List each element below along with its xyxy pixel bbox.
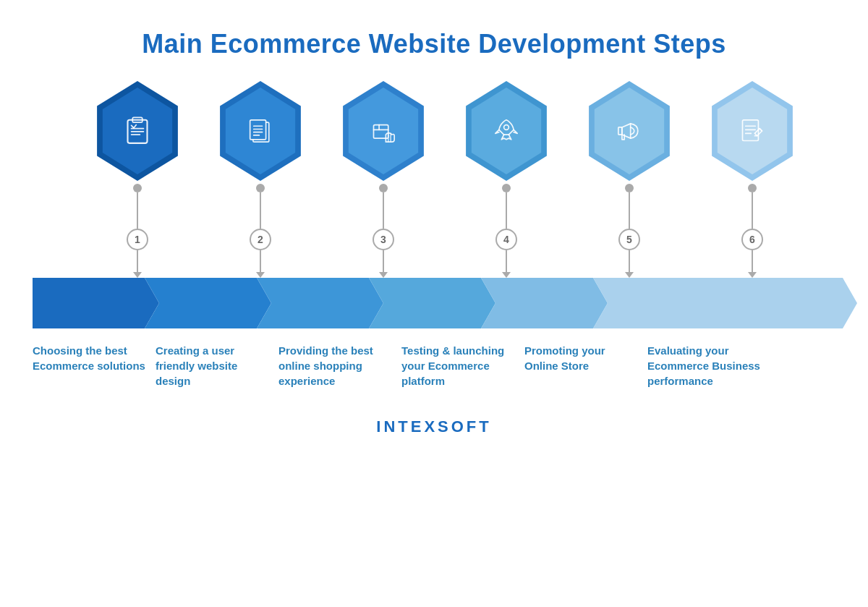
step-column-1: 1 (76, 81, 199, 278)
banner-4 (369, 278, 495, 328)
box-icon (364, 111, 403, 150)
step-desc-4: Testing & launching your Ecommerce platf… (401, 343, 524, 389)
connector-6: 6 (741, 184, 763, 278)
step-number-3: 3 (373, 229, 394, 250)
banner-5 (481, 278, 608, 328)
banner-3 (257, 278, 383, 328)
step-number-4: 4 (495, 229, 517, 250)
document-edit-icon (733, 111, 772, 150)
page-title: Main Ecommerce Website Development Steps (142, 29, 726, 59)
step-column-5: 5 (568, 81, 691, 278)
step-column-6: 6 (691, 81, 814, 278)
step-column-3: 3 (322, 81, 445, 278)
descriptions-row: Choosing the best Ecommerce solutions Cr… (33, 343, 857, 389)
connector-3: 3 (373, 184, 394, 278)
step-desc-5: Promoting your Online Store (524, 343, 647, 389)
banner-2 (145, 278, 271, 328)
connector-2: 2 (250, 184, 271, 278)
svg-line-25 (760, 129, 762, 131)
step-desc-6: Evaluating your Ecommerce Business perfo… (647, 343, 770, 389)
svg-line-6 (134, 125, 136, 128)
banner-6 (593, 278, 857, 328)
step-number-1: 1 (127, 229, 148, 250)
banner-1 (33, 278, 159, 328)
connector-4: 4 (495, 184, 517, 278)
megaphone-icon (610, 111, 649, 150)
brand-area: INTEXSOFT (376, 417, 491, 458)
banner-row (33, 278, 857, 328)
rocket-icon (487, 111, 526, 150)
step-number-6: 6 (741, 229, 763, 250)
connector-1: 1 (127, 184, 148, 278)
hex-icon-3 (336, 81, 430, 181)
steps-icons-row: 1 (33, 81, 857, 278)
hex-icon-6 (705, 81, 799, 181)
hex-icon-2 (213, 81, 307, 181)
brand-logo: INTEXSOFT (376, 417, 491, 436)
step-desc-3: Providing the best online shopping exper… (278, 343, 401, 389)
hex-icon-4 (459, 81, 553, 181)
step-desc-2: Creating a user friendly website design (156, 343, 278, 389)
step-column-2: 2 (199, 81, 322, 278)
svg-rect-19 (618, 127, 622, 135)
hex-icon-1 (90, 81, 184, 181)
clipboard-icon (118, 111, 157, 150)
svg-point-18 (504, 125, 509, 130)
step-number-5: 5 (618, 229, 640, 250)
step-column-4: 4 (445, 81, 568, 278)
step-desc-1: Choosing the best Ecommerce solutions (33, 343, 156, 389)
documents-icon (241, 111, 280, 150)
step-number-2: 2 (250, 229, 271, 250)
hex-icon-5 (582, 81, 676, 181)
connector-5: 5 (618, 184, 640, 278)
